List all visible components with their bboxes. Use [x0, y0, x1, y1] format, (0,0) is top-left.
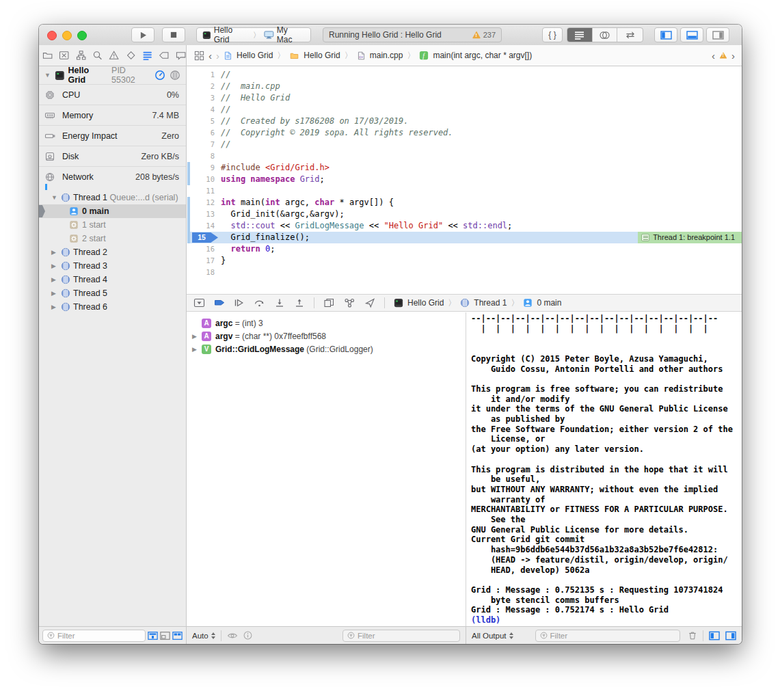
debug-console[interactable]: --|--|--|--|--|--|--|--|--|--|--|--|--|-… — [466, 312, 742, 626]
previous-issue-button[interactable]: ‹ — [712, 51, 715, 61]
thread-view-icon[interactable] — [170, 70, 180, 81]
console-filter-input[interactable]: Filter — [535, 630, 680, 642]
disclosure-triangle[interactable]: ▶ — [51, 249, 58, 256]
quicklook-eye-button[interactable] — [227, 632, 238, 640]
version-editor-button[interactable] — [617, 28, 643, 42]
lldb-prompt[interactable]: (lldb) — [471, 615, 506, 625]
source-editor[interactable]: 1//2// main.cpp3// Hello Grid4//5// Crea… — [187, 66, 742, 297]
crumb-thread[interactable]: Thread 1 — [474, 298, 507, 308]
assistant-editor-button[interactable] — [593, 28, 618, 42]
show-console-button[interactable] — [725, 631, 736, 641]
project-navigator-icon[interactable] — [42, 50, 53, 61]
next-issue-button[interactable]: › — [731, 51, 735, 61]
minimize-window-button[interactable] — [62, 31, 72, 40]
disclosure-triangle[interactable]: ▶ — [192, 346, 197, 353]
group-by-queue-button[interactable] — [172, 631, 183, 641]
line-number[interactable]: 10 — [187, 174, 215, 185]
clear-console-trash-button[interactable] — [688, 630, 697, 641]
source-control-navigator-icon[interactable] — [59, 50, 69, 61]
line-number[interactable]: 5 — [187, 116, 215, 127]
back-button[interactable]: ‹ — [209, 51, 212, 61]
warning-count[interactable]: 237 — [483, 31, 496, 39]
gauge-view-icon[interactable] — [154, 70, 165, 81]
test-navigator-icon[interactable] — [126, 50, 136, 61]
stack-frame-2-start[interactable]: 2 start — [39, 232, 186, 245]
issue-navigator-icon[interactable] — [109, 50, 119, 61]
toggle-debug-area-button[interactable] — [680, 27, 703, 42]
stack-frame-0-main[interactable]: 0 main — [39, 204, 186, 218]
activity-status-view[interactable]: Running Hello Grid : Hello Grid 237 — [323, 27, 502, 42]
toggle-navigator-panel-button[interactable] — [654, 27, 677, 42]
gauge-row-network[interactable]: Network208 bytes/s — [39, 166, 186, 187]
line-number[interactable]: 16 — [187, 243, 215, 255]
line-number[interactable]: 17 — [187, 255, 215, 267]
stop-button[interactable] — [162, 27, 185, 42]
scheme-selector[interactable]: Hello Grid 〉 My Mac — [196, 27, 311, 42]
gauge-row-disk[interactable]: DiskZero KB/s — [39, 146, 186, 166]
breakpoint-annotation[interactable]: Thread 1: breakpoint 1.1 — [638, 232, 742, 243]
line-number[interactable]: 2 — [187, 81, 215, 92]
step-into-button[interactable] — [274, 297, 285, 308]
find-navigator-icon[interactable] — [92, 50, 103, 61]
variables-filter-input[interactable]: Filter — [342, 630, 460, 642]
memory-graph-button[interactable] — [344, 297, 355, 308]
crumb-app[interactable]: Hello Grid — [407, 298, 444, 308]
thread-row-thread-1[interactable]: ▼Thread 1 Queue:...d (serial) — [39, 191, 186, 204]
stack-frame-1-start[interactable]: 1 start — [39, 218, 186, 232]
gauge-row-memory[interactable]: Memory7.4 MB — [39, 105, 186, 125]
process-row[interactable]: ▼ Hello Grid PID 55302 — [39, 66, 186, 84]
show-variables-view-button[interactable] — [709, 631, 720, 641]
line-number[interactable]: 3 — [187, 92, 215, 104]
line-number[interactable]: 12 — [187, 197, 215, 208]
crumb-frame[interactable]: 0 main — [537, 298, 561, 308]
toggle-inspector-panel-button[interactable] — [706, 27, 729, 42]
variables-scope-popup[interactable]: Auto — [192, 632, 215, 640]
thread-row-thread-2[interactable]: ▶Thread 2 — [39, 245, 186, 259]
library-button[interactable]: { } — [542, 27, 563, 42]
breakpoint-badge[interactable]: 15 — [192, 232, 218, 243]
thread-row-thread-5[interactable]: ▶Thread 5 — [39, 286, 186, 300]
line-number[interactable]: 11 — [187, 185, 215, 197]
jumpbar-project[interactable]: Hello Grid — [237, 51, 273, 60]
disclosure-triangle[interactable]: ▼ — [44, 72, 51, 79]
line-number[interactable]: 8 — [187, 150, 215, 162]
disclosure-triangle[interactable]: ▶ — [192, 333, 197, 340]
line-number[interactable]: 6 — [187, 127, 215, 139]
breakpoints-toggle-button[interactable] — [214, 297, 225, 308]
line-number[interactable]: 18 — [187, 267, 215, 278]
jumpbar-folder[interactable]: Hello Grid — [304, 51, 340, 60]
debug-navigator-icon[interactable] — [142, 50, 152, 61]
navigator-filter-input[interactable]: Filter — [42, 630, 146, 642]
disclosure-triangle[interactable]: ▶ — [51, 304, 58, 310]
show-stack-frames-button[interactable] — [160, 631, 170, 641]
run-button[interactable] — [131, 27, 154, 42]
disclosure-triangle[interactable]: ▶ — [51, 276, 58, 283]
line-number[interactable]: 9 — [187, 162, 215, 174]
show-running-items-button[interactable] — [148, 631, 158, 641]
info-button[interactable] — [243, 631, 252, 640]
thread-row-thread-4[interactable]: ▶Thread 4 — [39, 273, 186, 286]
related-items-icon[interactable] — [194, 51, 204, 61]
line-number[interactable]: 13 — [187, 208, 215, 220]
line-number[interactable]: 1 — [187, 69, 215, 81]
view-hierarchy-button[interactable] — [323, 297, 335, 308]
simulate-location-button[interactable] — [364, 297, 375, 308]
thread-row-thread-6[interactable]: ▶Thread 6 — [39, 300, 186, 314]
jumpbar-file[interactable]: main.cpp — [370, 51, 403, 60]
thread-row-thread-3[interactable]: ▶Thread 3 — [39, 259, 186, 273]
standard-editor-button[interactable] — [567, 28, 593, 42]
continue-button[interactable] — [234, 297, 245, 308]
forward-button[interactable]: › — [216, 51, 219, 61]
line-number[interactable]: 4 — [187, 104, 215, 116]
step-over-button[interactable] — [254, 297, 265, 308]
jumpbar-symbol[interactable]: main(int argc, char * argv[]) — [433, 51, 532, 60]
variable-row-grid-gridlogmessage[interactable]: ▶VGrid::GridLogMessage (Grid::GridLogger… — [187, 342, 466, 355]
disclosure-triangle[interactable]: ▶ — [51, 262, 58, 269]
close-window-button[interactable] — [47, 31, 57, 40]
symbol-navigator-icon[interactable] — [76, 50, 86, 61]
disclosure-triangle[interactable]: ▶ — [51, 290, 58, 297]
variable-row-argc[interactable]: Aargc = (int) 3 — [187, 317, 466, 329]
variable-row-argv[interactable]: ▶Aargv = (char **) 0x7ffeefbff568 — [187, 329, 466, 342]
step-out-button[interactable] — [294, 297, 305, 308]
variables-view[interactable]: Aargc = (int) 3▶Aargv = (char **) 0x7ffe… — [187, 312, 466, 626]
